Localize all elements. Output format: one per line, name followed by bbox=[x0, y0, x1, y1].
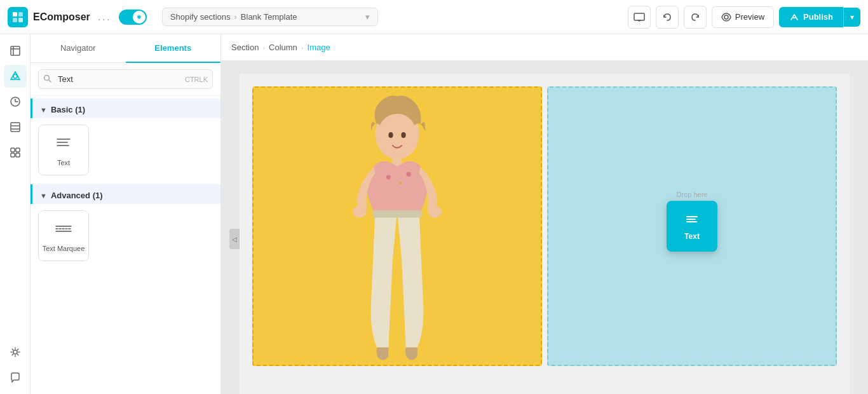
undo-button[interactable] bbox=[656, 6, 679, 29]
canvas-right-column[interactable]: Drop here Text bbox=[547, 86, 837, 366]
svg-rect-2 bbox=[13, 18, 17, 22]
logo-area: EComposer bbox=[8, 7, 90, 27]
publish-group: Publish ▾ bbox=[779, 7, 860, 27]
advanced-section-header[interactable]: ▼ Advanced (1) bbox=[31, 184, 220, 204]
svg-point-34 bbox=[398, 181, 402, 184]
svg-rect-3 bbox=[18, 18, 23, 22]
advanced-elements-grid: Text Marquee bbox=[31, 204, 220, 268]
sidebar-icons bbox=[0, 34, 31, 394]
advanced-section-label: Advanced (1) bbox=[51, 191, 103, 200]
svg-point-22 bbox=[13, 350, 17, 354]
basic-caret-icon: ▼ bbox=[40, 106, 47, 114]
svg-rect-1 bbox=[18, 12, 23, 17]
text-marquee-card-label: Text Marquee bbox=[43, 245, 85, 252]
text-card-icon bbox=[55, 134, 72, 155]
toggle-switch[interactable]: ✱ bbox=[119, 10, 147, 25]
left-panel: Navigator Elements CTRLK ▼ Basic (1) bbox=[31, 34, 221, 394]
tab-navigator[interactable]: Navigator bbox=[31, 34, 126, 63]
template-breadcrumb[interactable]: Shopify sections › Blank Template ▾ bbox=[162, 8, 378, 26]
breadcrumb-arrow-icon: › bbox=[234, 12, 236, 22]
logo-text: EComposer bbox=[33, 11, 90, 23]
svg-point-36 bbox=[353, 206, 367, 217]
publish-button[interactable]: Publish bbox=[779, 7, 843, 27]
crumb-section[interactable]: Section bbox=[231, 43, 259, 52]
svg-rect-0 bbox=[13, 12, 17, 17]
crumb-image[interactable]: Image bbox=[308, 43, 330, 52]
svg-rect-18 bbox=[11, 148, 15, 152]
collapse-panel-button[interactable]: ◁ bbox=[229, 229, 240, 249]
preview-button[interactable]: Preview bbox=[712, 6, 774, 28]
panel-content: ▼ Basic (1) Text ▼ A bbox=[31, 96, 220, 394]
crumb-arrow-1-icon: › bbox=[262, 44, 265, 51]
main-layout: Navigator Elements CTRLK ▼ Basic (1) bbox=[0, 34, 868, 394]
crumb-column[interactable]: Column bbox=[269, 43, 297, 52]
advanced-caret-icon: ▼ bbox=[40, 192, 47, 200]
crumb-arrow-2-icon: › bbox=[301, 44, 304, 51]
publish-label: Publish bbox=[803, 12, 833, 22]
publish-dropdown-button[interactable]: ▾ bbox=[843, 8, 860, 27]
svg-point-35 bbox=[407, 172, 411, 177]
redo-button[interactable] bbox=[684, 6, 707, 29]
sidebar-item-settings[interactable] bbox=[4, 341, 27, 363]
text-element-card[interactable]: Text bbox=[38, 125, 89, 175]
svg-point-37 bbox=[428, 206, 442, 217]
drag-text-label: Text bbox=[684, 232, 700, 241]
svg-rect-4 bbox=[634, 13, 644, 20]
svg-point-38 bbox=[388, 132, 393, 138]
draggable-text-element[interactable]: Text bbox=[667, 201, 717, 252]
toggle-knob: ✱ bbox=[133, 11, 146, 24]
sidebar-item-widgets[interactable] bbox=[4, 141, 27, 164]
svg-rect-20 bbox=[11, 153, 15, 157]
sidebar-item-chat[interactable] bbox=[4, 366, 27, 389]
drop-indicator: Drop here bbox=[677, 191, 708, 198]
header: EComposer ... ✱ Shopify sections › Blank… bbox=[0, 0, 868, 34]
sidebar-item-elements[interactable] bbox=[4, 65, 27, 88]
canvas-frame: ◁ bbox=[240, 74, 850, 394]
basic-section-header[interactable]: ▼ Basic (1) bbox=[31, 98, 220, 118]
panel-tabs: Navigator Elements bbox=[31, 34, 220, 63]
svg-rect-19 bbox=[16, 148, 20, 152]
svg-rect-9 bbox=[11, 46, 20, 55]
sidebar-item-history[interactable] bbox=[4, 90, 27, 113]
canvas-area: Section › Column › Image ◁ bbox=[221, 34, 868, 394]
text-marquee-card-icon bbox=[55, 220, 72, 241]
logo-icon bbox=[8, 7, 28, 27]
search-shortcut: CTRLK bbox=[185, 76, 208, 83]
more-options-icon[interactable]: ... bbox=[98, 10, 111, 24]
canvas-left-column[interactable] bbox=[252, 86, 542, 366]
text-marquee-element-card[interactable]: Text Marquee bbox=[38, 210, 89, 261]
svg-line-24 bbox=[49, 79, 51, 82]
svg-rect-15 bbox=[11, 123, 20, 132]
breadcrumb-dropdown-icon: ▾ bbox=[365, 12, 370, 22]
canvas-scroll[interactable]: ◁ bbox=[221, 61, 868, 394]
breadcrumb-parent: Shopify sections bbox=[170, 12, 231, 22]
canvas-breadcrumb: Section › Column › Image bbox=[221, 34, 868, 61]
svg-rect-21 bbox=[16, 153, 20, 157]
canvas-two-col: Drop here Text bbox=[240, 74, 850, 379]
header-actions: Preview Publish ▾ bbox=[628, 6, 860, 29]
sidebar-item-layers[interactable] bbox=[4, 39, 27, 62]
svg-point-7 bbox=[724, 15, 728, 19]
svg-point-13 bbox=[13, 74, 17, 78]
preview-label: Preview bbox=[735, 12, 764, 22]
drag-text-icon bbox=[685, 212, 699, 229]
text-card-label: Text bbox=[57, 159, 70, 166]
basic-elements-grid: Text bbox=[31, 118, 220, 182]
svg-point-39 bbox=[401, 132, 405, 138]
device-toggle-button[interactable] bbox=[628, 6, 651, 29]
sidebar-item-sections[interactable] bbox=[4, 116, 27, 139]
search-area: CTRLK bbox=[31, 63, 220, 96]
svg-point-33 bbox=[386, 175, 391, 179]
search-icon bbox=[43, 74, 51, 85]
basic-section-label: Basic (1) bbox=[51, 105, 85, 114]
breadcrumb-current: Blank Template bbox=[241, 12, 297, 22]
tab-elements[interactable]: Elements bbox=[126, 34, 221, 63]
